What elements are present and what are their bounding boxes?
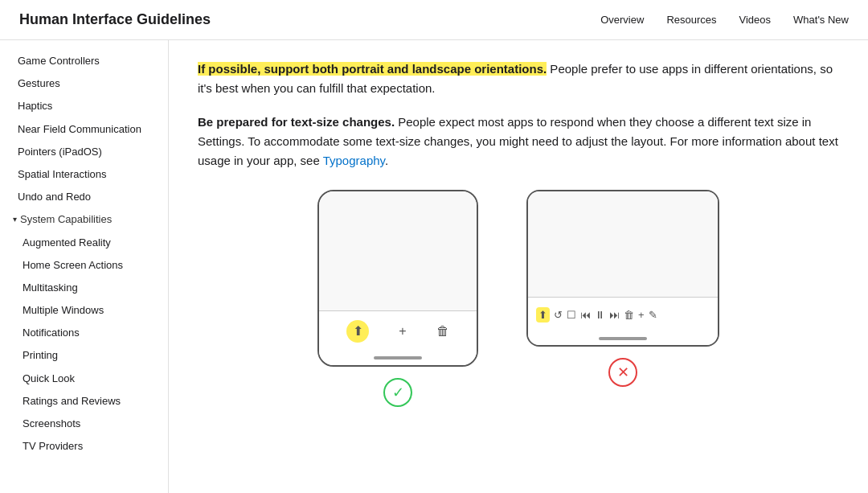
sidebar-item-home-screen-actions[interactable]: Home Screen Actions (0, 254, 168, 277)
trash-icon-tablet: 🗑 (624, 309, 634, 321)
tablet-screen (528, 191, 718, 297)
nav-resources[interactable]: Resources (666, 14, 716, 26)
home-bar (374, 356, 422, 359)
sidebar-item-quick-look[interactable]: Quick Look (0, 368, 168, 390)
sidebar-item-multiple-windows[interactable]: Multiple Windows (0, 299, 168, 322)
skip-back-icon: ⏮ (580, 309, 591, 321)
refresh-icon: ↺ (554, 309, 563, 321)
sidebar-item-nfc[interactable]: Near Field Communication (0, 118, 168, 141)
nav-videos[interactable]: Videos (739, 14, 772, 26)
nav-overview[interactable]: Overview (600, 14, 644, 26)
good-badge: ✓ (383, 378, 412, 407)
paragraph-text-size: Be prepared for text-size changes. Peopl… (198, 113, 839, 170)
sidebar-item-notifications[interactable]: Notifications (0, 322, 168, 344)
phone-screen (319, 191, 477, 310)
content-area: If possible, support both portrait and l… (169, 40, 868, 493)
main-layout: Game Controllers Gestures Haptics Near F… (0, 40, 868, 493)
sidebar-item-tv-providers[interactable]: TV Providers (0, 435, 168, 458)
phone-toolbar: ⬆ + 🗑 (319, 310, 477, 351)
folder-icon: ☐ (567, 309, 576, 321)
bad-badge: ✕ (608, 358, 637, 387)
paragraph2-period: . (385, 154, 388, 167)
header-nav: Overview Resources Videos What's New (600, 14, 849, 26)
highlight-text: If possible, support both portrait and l… (198, 62, 547, 76)
header: Human Interface Guidelines Overview Reso… (0, 0, 868, 40)
good-mockup-wrapper: ⬆ + 🗑 ✓ (317, 190, 478, 407)
sidebar-item-screenshots[interactable]: Screenshots (0, 413, 168, 435)
bad-mockup-wrapper: ⬆ ↺ ☐ ⏮ ⏸ ⏭ 🗑 + ✎ (526, 190, 719, 387)
tablet-toolbar: ⬆ ↺ ☐ ⏮ ⏸ ⏭ 🗑 + ✎ (528, 297, 718, 332)
sidebar-item-undo-redo[interactable]: Undo and Redo (0, 186, 168, 208)
paragraph-orientations: If possible, support both portrait and l… (198, 60, 839, 98)
sidebar-item-spatial-interactions[interactable]: Spatial Interactions (0, 163, 168, 186)
bold-text: Be prepared for text-size changes. (198, 115, 395, 129)
plus-icon: + (399, 324, 406, 339)
share-icon-highlighted: ⬆ (346, 320, 369, 343)
sidebar: Game Controllers Gestures Haptics Near F… (0, 40, 169, 493)
sidebar-item-game-controllers[interactable]: Game Controllers (0, 50, 168, 72)
sidebar-item-pointers[interactable]: Pointers (iPadOS) (0, 141, 168, 163)
add-icon: + (638, 309, 645, 321)
sidebar-item-gestures[interactable]: Gestures (0, 72, 168, 95)
edit-icon: ✎ (649, 309, 657, 321)
tablet-icons-left: ⬆ ↺ ☐ ⏮ ⏸ ⏭ 🗑 + ✎ (536, 307, 657, 323)
chevron-icon: ▾ (13, 214, 17, 225)
sidebar-item-ratings-and-reviews[interactable]: Ratings and Reviews (0, 390, 168, 413)
typography-link[interactable]: Typography (323, 154, 385, 167)
sidebar-item-augmented-reality[interactable]: Augmented Reality (0, 232, 168, 254)
tablet-home-indicator (528, 332, 718, 345)
tablet-home-bar (599, 337, 647, 340)
skip-forward-icon: ⏭ (609, 309, 620, 321)
sidebar-item-multitasking[interactable]: Multitasking (0, 277, 168, 299)
nav-whats-new[interactable]: What's New (793, 14, 849, 26)
phone-mockup-portrait: ⬆ + 🗑 (317, 190, 478, 367)
site-title: Human Interface Guidelines (19, 11, 211, 28)
mockups-container: ⬆ + 🗑 ✓ ⬆ ↺ (198, 190, 839, 407)
pause-icon: ⏸ (595, 309, 605, 321)
sidebar-item-printing[interactable]: Printing (0, 344, 168, 367)
trash-icon: 🗑 (436, 324, 449, 339)
home-indicator (319, 351, 477, 365)
sidebar-item-system-capabilities[interactable]: ▾ System Capabilities (0, 208, 168, 231)
tablet-mockup-landscape: ⬆ ↺ ☐ ⏮ ⏸ ⏭ 🗑 + ✎ (526, 190, 719, 347)
share-icon: ⬆ (536, 307, 550, 323)
sidebar-item-haptics[interactable]: Haptics (0, 95, 168, 117)
